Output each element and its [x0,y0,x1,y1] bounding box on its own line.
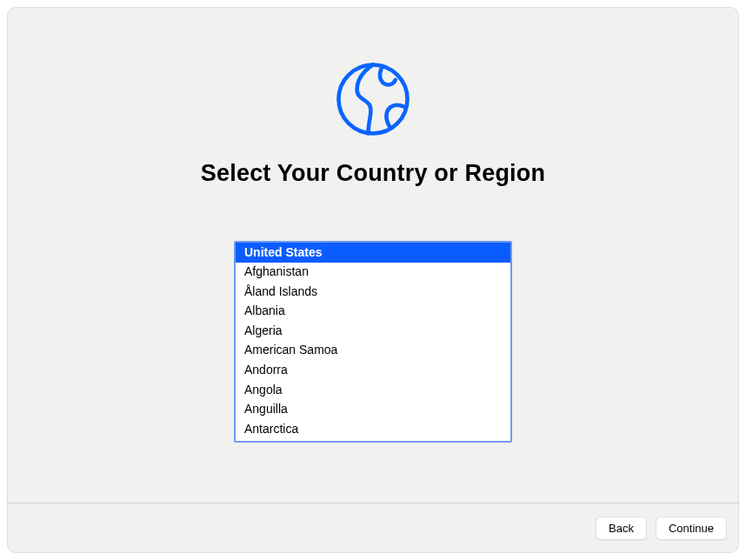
country-option[interactable]: Afghanistan [236,263,510,283]
page-title: Select Your Country or Region [201,160,545,187]
svg-point-0 [338,64,407,133]
country-option[interactable]: Antarctica [236,419,510,439]
country-option[interactable]: Åland Islands [236,282,510,302]
continue-button[interactable]: Continue [656,517,727,540]
country-option[interactable]: American Samoa [236,341,510,361]
country-option[interactable]: Albania [236,302,510,322]
country-option[interactable]: Algeria [236,321,510,341]
country-listbox-frame: United StatesAfghanistanÅland IslandsAlb… [234,241,512,443]
country-option[interactable]: Angola [236,380,510,400]
setup-assistant-window: Select Your Country or Region United Sta… [7,7,739,553]
country-option[interactable]: Anguilla [236,400,510,420]
globe-icon [333,59,413,139]
content-area: Select Your Country or Region United Sta… [7,7,739,503]
footer-bar: Back Continue [7,503,739,553]
country-option[interactable]: Andorra [236,361,510,381]
country-option[interactable]: Antigua & Barbuda [236,439,510,441]
country-option[interactable]: United States [236,243,510,263]
country-listbox[interactable]: United StatesAfghanistanÅland IslandsAlb… [236,243,510,441]
back-button[interactable]: Back [596,517,647,540]
